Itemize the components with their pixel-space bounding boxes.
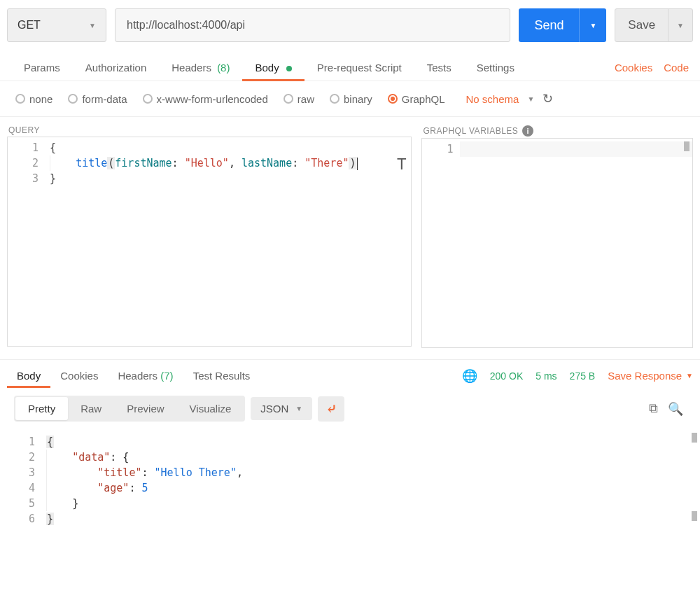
radio-icon <box>284 94 293 104</box>
vars-panel-title: GRAPHQL VARIABLES i <box>421 124 693 138</box>
save-response-button[interactable]: Save Response ▼ <box>608 370 693 382</box>
save-dropdown[interactable]: ▼ <box>668 9 692 41</box>
view-visualize[interactable]: Visualize <box>177 397 244 420</box>
refresh-icon[interactable]: ↻ <box>542 91 553 106</box>
body-type-raw[interactable]: raw <box>284 93 314 105</box>
chevron-down-icon: ▼ <box>686 372 693 380</box>
response-toolbar-right: ⧉ 🔍 <box>649 401 693 417</box>
view-raw[interactable]: Raw <box>68 397 114 420</box>
request-bar: GET ▼ Send ▼ Save ▼ <box>0 0 700 50</box>
http-method-value: GET <box>18 19 41 32</box>
query-gutter: 1 2 3 <box>8 137 46 189</box>
scroll-marker-icon <box>692 433 697 443</box>
response-gutter: 1 2 3 4 5 6 <box>14 431 42 529</box>
request-tabs: Params Authorization Headers (8) Body Pr… <box>0 55 700 81</box>
tab-tests[interactable]: Tests <box>414 55 464 81</box>
copy-icon[interactable]: ⧉ <box>649 401 658 417</box>
url-input[interactable] <box>115 8 510 42</box>
tab-body-label: Body <box>255 62 279 74</box>
body-type-binary[interactable]: binary <box>330 93 372 105</box>
send-dropdown[interactable]: ▼ <box>579 8 606 42</box>
tab-settings[interactable]: Settings <box>464 55 527 81</box>
rtab-test-results[interactable]: Test Results <box>183 364 260 387</box>
headers-count: (8) <box>217 62 230 74</box>
query-editor[interactable]: 1 2 3 { title(firstName: "Hello", lastNa… <box>7 137 412 347</box>
rtab-body[interactable]: Body <box>7 364 50 387</box>
chevron-down-icon: ▼ <box>295 405 302 412</box>
editor-split: QUERY 1 2 3 { title(firstName: "Hello", … <box>0 117 700 355</box>
scroll-marker-icon <box>692 511 697 521</box>
cookies-link[interactable]: Cookies <box>615 62 652 74</box>
wrap-lines-button[interactable]: ⤶ <box>318 396 344 422</box>
vars-code[interactable] <box>460 139 692 160</box>
format-select[interactable]: JSON ▼ <box>251 397 312 420</box>
body-type-none[interactable]: none <box>15 93 52 105</box>
view-controls: Pretty Raw Preview Visualize JSON ▼ ⤶ ⧉ … <box>0 387 700 429</box>
scroll-marker-icon <box>684 141 690 151</box>
variables-editor[interactable]: 1 <box>421 138 693 348</box>
response-body-viewer[interactable]: 1 2 3 4 5 6 { "data": { "title": "Hello … <box>0 429 700 543</box>
radio-icon <box>143 94 153 104</box>
schema-status: No schema <box>466 93 519 105</box>
info-icon[interactable]: i <box>522 125 533 137</box>
status-time: 5 ms <box>536 370 556 382</box>
query-panel-title: QUERY <box>7 124 412 137</box>
schema-dropdown[interactable]: ▼ <box>527 95 534 103</box>
tab-body[interactable]: Body <box>242 55 304 81</box>
body-type-formdata[interactable]: form-data <box>68 93 127 105</box>
radio-icon <box>15 94 25 104</box>
status-size: 275 B <box>570 370 596 382</box>
view-mode-segment: Pretty Raw Preview Visualize <box>14 396 245 422</box>
search-icon[interactable]: 🔍 <box>668 401 683 417</box>
query-code[interactable]: { title(firstName: "Hello", lastName: "T… <box>46 137 411 189</box>
response-headers-count: (7) <box>160 370 173 382</box>
tab-prerequest[interactable]: Pre-request Script <box>304 55 414 81</box>
status-code: 200 OK <box>490 370 523 382</box>
status-area: 🌐 200 OK 5 ms 275 B Save Response ▼ <box>462 368 693 384</box>
http-method-select[interactable]: GET ▼ <box>7 8 106 42</box>
send-button[interactable]: Send ▼ <box>519 8 606 42</box>
code-link[interactable]: Code <box>664 62 689 74</box>
tab-headers-label: Headers <box>172 62 211 74</box>
save-button[interactable]: Save ▼ <box>615 8 693 42</box>
save-label: Save <box>615 18 668 32</box>
radio-icon <box>68 94 78 104</box>
rtab-headers[interactable]: Headers (7) <box>108 364 183 387</box>
response-tabs: Body Cookies Headers (7) Test Results 🌐 … <box>0 359 700 387</box>
rtab-cookies[interactable]: Cookies <box>50 364 108 387</box>
tab-headers[interactable]: Headers (8) <box>159 55 242 81</box>
send-label: Send <box>519 18 579 33</box>
wrap-icon: ⤶ <box>326 401 337 417</box>
body-type-graphql[interactable]: GraphQL <box>388 93 445 105</box>
response-code-lines: { "data": { "title": "Hello There", "age… <box>42 431 693 529</box>
radio-icon <box>330 94 340 104</box>
globe-icon[interactable]: 🌐 <box>462 368 477 384</box>
chevron-down-icon: ▼ <box>89 22 96 29</box>
body-type-row: none form-data x-www-form-urlencoded raw… <box>0 81 700 117</box>
view-pretty[interactable]: Pretty <box>15 397 68 420</box>
text-cursor-icon: Ꭲ <box>398 155 407 174</box>
radio-selected-icon <box>388 94 398 104</box>
view-preview[interactable]: Preview <box>114 397 176 420</box>
schema-area: No schema ▼ ↻ <box>466 91 554 106</box>
body-type-urlencoded[interactable]: x-www-form-urlencoded <box>143 93 268 105</box>
tab-params[interactable]: Params <box>11 55 73 81</box>
tab-authorization[interactable]: Authorization <box>73 55 160 81</box>
vars-gutter: 1 <box>422 139 460 160</box>
modified-dot-icon <box>286 66 292 71</box>
